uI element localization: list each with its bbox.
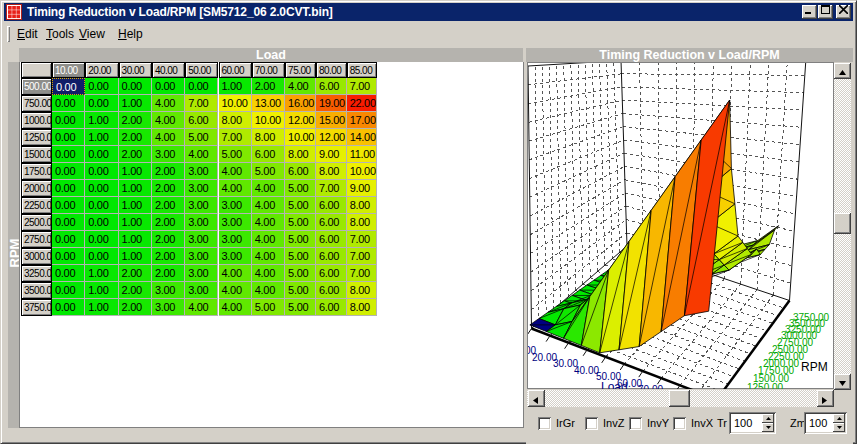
svg-text:RPM: RPM xyxy=(801,360,828,374)
svg-text:Load: Load xyxy=(601,380,628,389)
svg-text:3750.00: 3750.00 xyxy=(793,312,830,323)
svg-text:70.00: 70.00 xyxy=(638,384,663,389)
